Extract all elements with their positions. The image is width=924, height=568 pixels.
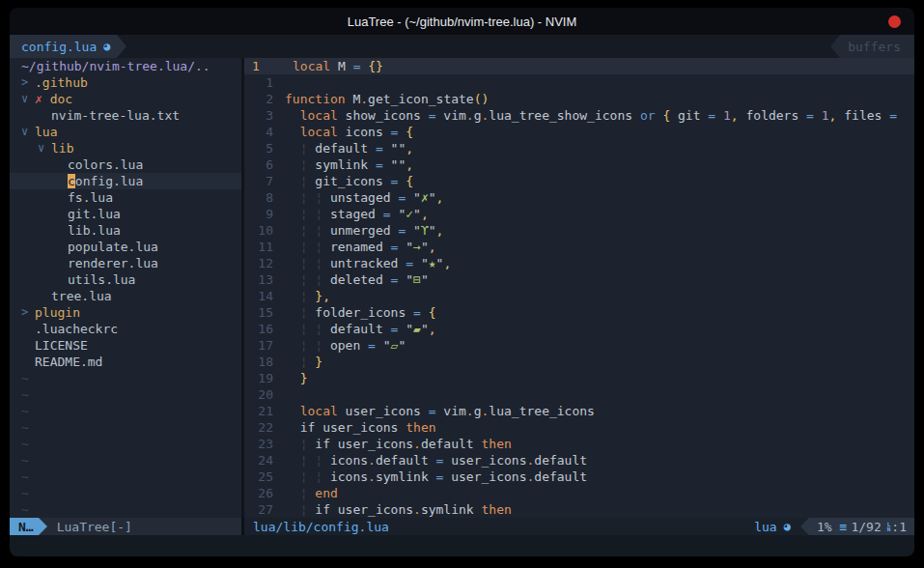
command-line[interactable] xyxy=(10,535,914,556)
column-number: :1 xyxy=(891,520,907,534)
tree-row-LICENSE[interactable]: LICENSE xyxy=(10,337,241,354)
code-text: if user_icons then xyxy=(285,419,436,436)
tree-row-.luacheckrc[interactable]: .luacheckrc xyxy=(10,321,241,337)
empty-line-tilde: ~ xyxy=(10,436,241,452)
chevron-right-icon[interactable]: > xyxy=(21,304,35,321)
tree-row-colors.lua[interactable]: colors.lua xyxy=(10,156,241,173)
code-text: ¦ ¦ staged = "✓", xyxy=(285,206,429,222)
code-line-2[interactable]: 1 xyxy=(244,74,914,91)
tree-row-.github[interactable]: >.github xyxy=(10,74,241,91)
code-line-27[interactable]: 26 ¦ end xyxy=(244,485,914,501)
tree-row-utils.lua[interactable]: utils.lua xyxy=(10,271,241,288)
code-line-20[interactable]: 19 } xyxy=(244,370,914,386)
code-line-22[interactable]: 21 local user_icons = vim.g.lua_tree_ico… xyxy=(244,403,914,419)
line-number: 27 xyxy=(244,501,285,518)
line-number: 17 xyxy=(244,337,285,354)
code-line-18[interactable]: 17 ¦ ¦ open = "▱" xyxy=(244,337,914,354)
powerline-arrow-icon xyxy=(39,518,47,535)
line-number: 2 xyxy=(244,91,285,107)
code-text: ¦ ¦ unstaged = "✗", xyxy=(285,189,443,206)
tree-row-README.md[interactable]: README.md xyxy=(10,354,241,370)
tree-item-label: nvim-tree-lua.txt xyxy=(51,107,180,124)
tree-row-populate.lua[interactable]: populate.lua xyxy=(10,239,241,255)
tree-item-label: git.lua xyxy=(68,206,121,222)
code-line-1[interactable]: 1local M = {} xyxy=(244,58,914,74)
tree-item-label: colors.lua xyxy=(68,156,143,173)
statusline-tree: N… LuaTree[-] xyxy=(10,518,241,535)
tree-row-config.lua[interactable]: config.lua xyxy=(10,173,241,189)
code-line-12[interactable]: 11 ¦ ¦ renamed = "→", xyxy=(244,239,914,255)
buffers-label[interactable]: buffers xyxy=(840,35,914,58)
tree-row-lib[interactable]: ∨lib xyxy=(10,140,241,156)
code-text: ¦ ¦ open = "▱" xyxy=(285,337,406,354)
tabline-spacer xyxy=(126,35,831,58)
record-indicator-icon[interactable] xyxy=(888,15,901,28)
chevron-down-icon[interactable]: ∨ xyxy=(21,124,35,140)
tree-row-plugin[interactable]: >plugin xyxy=(10,304,241,321)
tree-item-label: utils.lua xyxy=(68,271,135,288)
chevron-right-icon[interactable]: > xyxy=(21,74,35,91)
line-number: 15 xyxy=(244,304,285,321)
chevron-down-icon[interactable]: ∨ xyxy=(21,91,35,107)
mode-badge: N… xyxy=(10,518,39,535)
line-number: 13 xyxy=(244,271,285,288)
tree-row-fs.lua[interactable]: fs.lua xyxy=(10,189,241,206)
code-line-14[interactable]: 13 ¦ ¦ deleted = "⊟" xyxy=(244,271,914,288)
code-line-9[interactable]: 8 ¦ ¦ unstaged = "✗", xyxy=(244,189,914,206)
code-line-21[interactable]: 20 xyxy=(244,386,914,403)
line-number: 7 xyxy=(244,173,285,189)
code-line-11[interactable]: 10 ¦ ¦ unmerged = "ϒ", xyxy=(244,222,914,239)
code-pane: 1local M = {}12function M.get_icon_state… xyxy=(244,58,914,518)
tree-row-nvim-tree-lua.txt[interactable]: nvim-tree-lua.txt xyxy=(10,107,241,124)
code-line-19[interactable]: 18 ¦ } xyxy=(244,354,914,370)
code-line-17[interactable]: 16 ¦ ¦ default = "▰", xyxy=(244,321,914,337)
code-text: ¦ folder_icons = { xyxy=(285,304,436,321)
powerline-arrow-icon xyxy=(800,518,809,535)
tree-item-label: tree.lua xyxy=(51,288,112,304)
code-line-8[interactable]: 7 ¦ git_icons = { xyxy=(244,173,914,189)
line-number: 22 xyxy=(244,419,285,436)
line-number: 9 xyxy=(244,206,285,222)
window-title: LuaTree - (~/github/nvim-tree.lua) - NVI… xyxy=(348,14,577,29)
code-line-4[interactable]: 3 local show_icons = vim.g.lua_tree_show… xyxy=(244,107,914,124)
tree-row-lua[interactable]: ∨lua xyxy=(10,124,241,140)
code-line-15[interactable]: 14 ¦ }, xyxy=(244,288,914,304)
code-line-5[interactable]: 4 local icons = { xyxy=(244,124,914,140)
tree-item-label: .luacheckrc xyxy=(35,321,118,337)
line-number: 19 xyxy=(244,370,285,386)
tree-row-doc[interactable]: ∨✗ doc xyxy=(10,91,241,107)
code-line-26[interactable]: 25 ¦ ¦ icons.symlink = user_icons.defaul… xyxy=(244,469,914,485)
empty-line-tilde: ~ xyxy=(10,501,241,518)
code-text: ¦ ¦ unmerged = "ϒ", xyxy=(285,222,443,239)
code-line-13[interactable]: 12 ¦ ¦ untracked = "★", xyxy=(244,255,914,271)
chevron-down-icon[interactable]: ∨ xyxy=(38,140,51,156)
code-line-16[interactable]: 15 ¦ folder_icons = { xyxy=(244,304,914,321)
code-line-23[interactable]: 22 if user_icons then xyxy=(244,419,914,436)
code-text: ¦ ¦ renamed = "→", xyxy=(285,239,436,255)
code-line-10[interactable]: 9 ¦ ¦ staged = "✓", xyxy=(244,206,914,222)
code-text: ¦ } xyxy=(285,354,322,370)
code-text: ¦ }, xyxy=(285,288,330,304)
tab-config-lua[interactable]: config.lua ◕ xyxy=(10,35,117,58)
code-text: ¦ ¦ deleted = "⊟" xyxy=(285,271,429,288)
code-line-6[interactable]: 5 ¦ default = "", xyxy=(244,140,914,156)
code-line-28[interactable]: 27 ¦ if user_icons.symlink then xyxy=(244,501,914,518)
empty-line-tilde: ~ xyxy=(10,469,241,485)
code-text: ¦ if user_icons.symlink then xyxy=(285,501,512,518)
code-line-7[interactable]: 6 ¦ symlink = "", xyxy=(244,156,914,173)
tree-root-path[interactable]: ~/github/nvim-tree.lua/.. xyxy=(10,58,241,74)
tree-item-label: plugin xyxy=(35,304,80,321)
code-text: ¦ ¦ default = "▰", xyxy=(285,321,436,337)
tree-item-label: LICENSE xyxy=(35,337,88,354)
tree-row-tree.lua[interactable]: tree.lua xyxy=(10,288,241,304)
code-line-24[interactable]: 23 ¦ if user_icons.default then xyxy=(244,436,914,452)
code-line-25[interactable]: 24 ¦ ¦ icons.default = user_icons.defaul… xyxy=(244,452,914,469)
tree-row-renderer.lua[interactable]: renderer.lua xyxy=(10,255,241,271)
line-number: 23 xyxy=(244,436,285,452)
tabline: config.lua ◕ buffers xyxy=(10,35,914,58)
code-line-3[interactable]: 2function M.get_icon_state() xyxy=(244,91,914,107)
tree-row-lib.lua[interactable]: lib.lua xyxy=(10,222,241,239)
line-number: 5 xyxy=(244,140,285,156)
tree-row-git.lua[interactable]: git.lua xyxy=(10,206,241,222)
terminal-screen: LuaTree - (~/github/nvim-tree.lua) - NVI… xyxy=(0,0,924,568)
